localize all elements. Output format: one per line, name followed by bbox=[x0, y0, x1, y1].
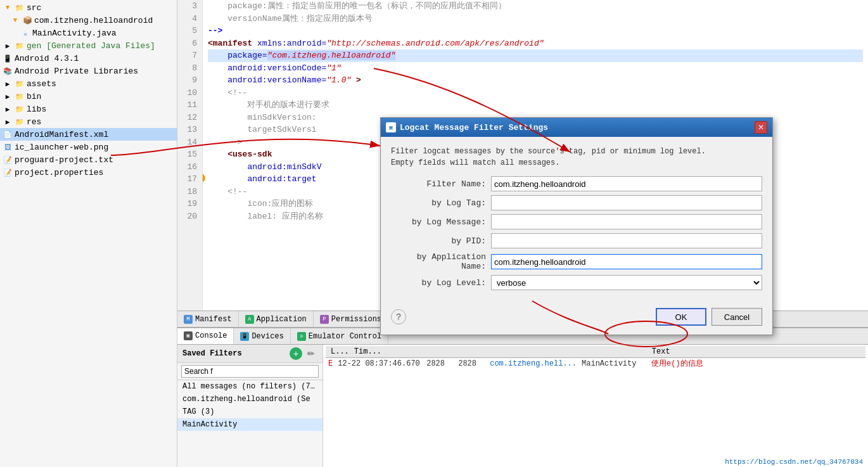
tab-permissions[interactable]: P Permissions bbox=[314, 311, 388, 327]
sidebar-item-android431[interactable]: 📱 Android 4.3.1 bbox=[0, 52, 177, 65]
sidebar-item-mainactivity[interactable]: ☕ MainActivity.java bbox=[0, 27, 177, 39]
tab-emulator[interactable]: ⊙ Emulator Control bbox=[291, 328, 388, 344]
libs-folder-icon: 📁 bbox=[15, 104, 25, 114]
log-text: 使用e()的信息 bbox=[649, 358, 706, 370]
log-pid2: 2828 bbox=[456, 358, 487, 370]
ok-button[interactable]: OK bbox=[656, 308, 706, 326]
help-button[interactable]: ? bbox=[391, 309, 406, 324]
sidebar-item-gen[interactable]: ▶ 📁 gen [Generated Java Files] bbox=[0, 39, 177, 52]
search-input[interactable] bbox=[181, 365, 319, 378]
permissions-tab-label: Permissions bbox=[331, 315, 381, 324]
log-tag: com.itzheng.hell... bbox=[487, 358, 579, 370]
filter-name-label: Filter Name: bbox=[391, 179, 486, 189]
pkg-icon: 📦 bbox=[22, 15, 32, 25]
filter-all-messages[interactable]: All messages (no filters) (780) bbox=[177, 380, 322, 393]
log-level-select[interactable]: verbose debug info warn error assert bbox=[491, 275, 762, 290]
filter-list: All messages (no filters) (780) com.itzh… bbox=[177, 380, 322, 467]
file-tree: ▼ 📁 src ▼ 📦 com.itzheng.helloandroid ☕ M… bbox=[0, 0, 177, 467]
src-label: src bbox=[27, 3, 41, 13]
libs-label: libs bbox=[27, 105, 46, 114]
sidebar-item-private-libs[interactable]: 📚 Android Private Libraries bbox=[0, 65, 177, 77]
code-line-8: android:versionCode="1" bbox=[208, 62, 863, 75]
log-content[interactable]: L... Tim... Text E 12-22 08:37:46.670 28… bbox=[323, 345, 868, 467]
tab-console[interactable]: ▣ Console bbox=[177, 328, 234, 344]
code-line-11: 对手机的版本进行要求 bbox=[208, 99, 863, 112]
sidebar-item-androidmanifest[interactable]: 📄 AndroidManifest.xml bbox=[0, 128, 177, 141]
manifest-tab-icon: M bbox=[184, 315, 193, 324]
dialog-action-buttons: OK Cancel bbox=[656, 308, 762, 326]
emulator-tab-label: Emulator Control bbox=[309, 332, 381, 341]
code-line-6: <manifest xmlns:android="http://schemas.… bbox=[208, 37, 863, 50]
log-tag-input[interactable] bbox=[491, 195, 762, 210]
add-filter-button[interactable]: + bbox=[290, 347, 302, 360]
dialog-icon-inner: ▣ bbox=[389, 124, 392, 131]
form-row-app-name: by Application Name: bbox=[391, 252, 762, 271]
col-tag bbox=[504, 347, 580, 356]
res-folder-icon: 📁 bbox=[15, 117, 25, 127]
dialog-close-button[interactable]: ✕ bbox=[755, 121, 767, 134]
url-hint: https://blog.csdn.net/qq_34767034 bbox=[725, 458, 863, 466]
private-lib-icon: 📚 bbox=[3, 66, 13, 76]
edit-filter-button[interactable]: ✏ bbox=[305, 347, 317, 360]
sidebar-item-assets[interactable]: ▶ 📁 assets bbox=[0, 77, 177, 90]
col-pid bbox=[440, 347, 472, 356]
sidebar-item-res[interactable]: ▶ 📁 res bbox=[0, 115, 177, 128]
sidebar-item-project-properties[interactable]: 📝 project.properties bbox=[0, 166, 177, 179]
bin-icon: ▶ bbox=[3, 91, 13, 101]
code-line-9: android:versionName="1.0" > bbox=[208, 74, 863, 87]
search-box-container bbox=[177, 363, 322, 380]
code-line-3: package:属性：指定当前应用的唯一包名（标识，不同的应用此值不相同） bbox=[208, 0, 863, 13]
dialog-body: Filter logcat messages by the source's t… bbox=[381, 137, 772, 303]
logcat-area: Saved Filters + ✏ All messages (no filte… bbox=[177, 345, 868, 467]
filter-com-itzheng[interactable]: com.itzheng.helloandroid (Se bbox=[177, 393, 322, 406]
tab-devices[interactable]: 📱 Devices bbox=[234, 328, 290, 344]
sidebar-item-src[interactable]: ▼ 📁 src bbox=[0, 1, 177, 14]
bottom-panel: ▣ Console 📱 Devices ⊙ Emulator Control S… bbox=[177, 328, 868, 467]
app-name-label: by Application Name: bbox=[391, 252, 486, 271]
libs-icon: ▶ bbox=[3, 104, 13, 114]
pid-input[interactable] bbox=[491, 233, 762, 248]
cancel-button[interactable]: Cancel bbox=[712, 308, 762, 326]
androidmanifest-label: AndroidManifest.xml bbox=[15, 130, 108, 139]
package-label: com.itzheng.helloandroid bbox=[34, 16, 153, 25]
dialog-title-icon: ▣ bbox=[386, 122, 396, 132]
col-class bbox=[580, 347, 649, 356]
col-level: L... bbox=[328, 347, 352, 356]
col-pid2 bbox=[472, 347, 504, 356]
sidebar-item-package[interactable]: ▼ 📦 com.itzheng.helloandroid bbox=[0, 14, 177, 27]
logcat-filter-dialog: ▣ Logcat Message Filter Settings ✕ Filte… bbox=[380, 117, 773, 335]
res-label: res bbox=[27, 117, 41, 127]
sidebar-item-ic-launcher[interactable]: 🖼 ic_launcher-web.png bbox=[0, 141, 177, 153]
app-name-input[interactable] bbox=[491, 254, 762, 269]
log-time: 12-22 08:37:46.670 bbox=[335, 358, 424, 370]
console-tab-icon: ▣ bbox=[184, 331, 193, 340]
android-lib-icon: 📱 bbox=[3, 53, 13, 63]
filter-name-input[interactable] bbox=[491, 176, 762, 191]
dialog-description: Filter logcat messages by the source's t… bbox=[391, 146, 762, 169]
sidebar-item-bin[interactable]: ▶ 📁 bin bbox=[0, 90, 177, 103]
ic-launcher-label: ic_launcher-web.png bbox=[15, 143, 108, 152]
devices-tab-icon: 📱 bbox=[240, 332, 249, 341]
log-level-label: by Log Level: bbox=[391, 278, 486, 288]
filter-tag[interactable]: TAG (3) bbox=[177, 406, 322, 418]
bin-folder-icon: 📁 bbox=[15, 91, 25, 101]
tab-manifest[interactable]: M Manifest bbox=[177, 311, 239, 327]
log-tag-label: by Log Tag: bbox=[391, 198, 486, 208]
tab-application[interactable]: A Application bbox=[239, 311, 314, 327]
filter-mainactivity[interactable]: MainActivity bbox=[177, 418, 322, 431]
application-tab-label: Application bbox=[257, 315, 307, 324]
sidebar-item-libs[interactable]: ▶ 📁 libs bbox=[0, 103, 177, 115]
log-message-input[interactable] bbox=[491, 214, 762, 229]
code-line-7: package="com.itzheng.helloandroid" bbox=[208, 49, 863, 62]
form-row-log-tag: by Log Tag: bbox=[391, 195, 762, 210]
mainactivity-label: MainActivity.java bbox=[32, 29, 117, 38]
form-row-pid: by PID: bbox=[391, 233, 762, 248]
java-file-icon: ☕ bbox=[20, 28, 30, 38]
log-message-label: by Log Message: bbox=[391, 217, 486, 227]
folder-icon-pkg: ▼ bbox=[10, 15, 20, 25]
dialog-titlebar: ▣ Logcat Message Filter Settings ✕ bbox=[381, 118, 772, 137]
sidebar-item-proguard[interactable]: 📝 proguard-project.txt bbox=[0, 153, 177, 166]
res-icon: ▶ bbox=[3, 117, 13, 127]
form-row-log-level: by Log Level: verbose debug info warn er… bbox=[391, 275, 762, 290]
png-file-icon: 🖼 bbox=[3, 142, 13, 152]
